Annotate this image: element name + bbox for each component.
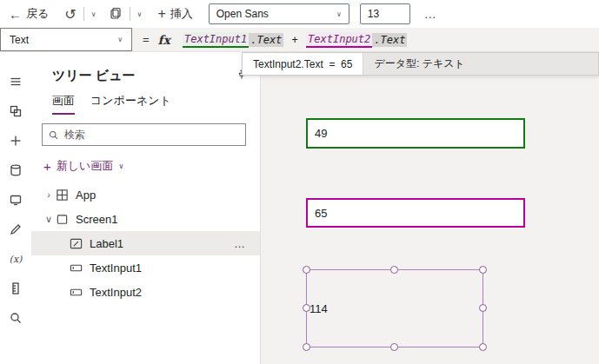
label-icon: [70, 237, 83, 250]
chevron-down-icon: ∨: [117, 36, 123, 43]
panel-tabs: 画面 コンポーネント: [31, 93, 260, 115]
text-input-icon: [70, 261, 83, 275]
copy-group: ∨: [109, 6, 143, 23]
menu-icon[interactable]: [7, 73, 24, 90]
equals-sign: =: [143, 28, 150, 51]
back-label: 戻る: [26, 6, 49, 22]
app-icon: [56, 189, 69, 202]
tree-item-label1[interactable]: Label1 …: [31, 231, 260, 255]
token-textinput1: TextInput1: [183, 32, 249, 48]
main-area: (x) ツリー ビュー 画面 コンポーネント: [0, 52, 599, 364]
new-screen-label: 新しい画面: [57, 158, 114, 174]
new-screen-button[interactable]: + 新しい画面 ∨: [31, 151, 260, 179]
tooltip-datatype: データ型: テキスト: [363, 53, 598, 75]
canvas: 49 65 114: [261, 52, 599, 364]
textinput1-control[interactable]: 49: [306, 118, 525, 149]
label1-control[interactable]: 114: [306, 269, 483, 347]
formula-input[interactable]: TextInput1 .Text + TextInput2 .Text: [183, 28, 599, 51]
selection-handle-ne[interactable]: [479, 266, 487, 274]
chevron-down-icon[interactable]: ∨: [42, 214, 56, 225]
font-size-select[interactable]: 13: [360, 3, 410, 24]
tree-panel: ツリー ビュー 画面 コンポーネント + 新しい画面 ∨ ›: [31, 52, 261, 364]
insert-icon[interactable]: [7, 132, 24, 149]
media-icon[interactable]: [7, 191, 24, 208]
search-icon[interactable]: [7, 309, 24, 327]
search-icon: [48, 129, 59, 141]
plus-icon: +: [157, 6, 165, 22]
insert-button[interactable]: + 挿入: [157, 6, 192, 22]
token-plus-operator: +: [283, 33, 306, 47]
token-text-property: .Text: [372, 33, 407, 47]
label1-value: 114: [309, 302, 328, 315]
plus-icon: +: [43, 159, 51, 174]
tree-item-label: Label1: [90, 237, 123, 250]
property-select[interactable]: Text ∨: [0, 28, 132, 51]
top-toolbar: ← 戻る ↺ ∨ ∨ + 挿入 Open Sans ∨: [0, 0, 599, 28]
divider: [83, 7, 84, 21]
search-field: [42, 123, 246, 146]
back-arrow-icon: ←: [9, 7, 22, 22]
tree-item-textinput1[interactable]: TextInput1: [31, 255, 260, 280]
tree-item-app[interactable]: › App: [31, 182, 260, 207]
left-rail: (x): [0, 52, 31, 364]
tree-item-label: App: [76, 189, 96, 202]
chevron-down-icon: ∨: [118, 162, 123, 170]
back-button[interactable]: ← 戻る: [9, 6, 49, 22]
tree-item-textinput2[interactable]: TextInput2: [31, 280, 260, 304]
font-family-select[interactable]: Open Sans ∨: [209, 3, 349, 24]
selection-handle-n[interactable]: [390, 266, 398, 274]
fx-icon: fx: [158, 28, 170, 51]
insert-label: 挿入: [170, 6, 193, 22]
tools-icon[interactable]: [7, 280, 24, 297]
pen-icon[interactable]: [7, 221, 24, 238]
screen-icon: [56, 213, 69, 226]
more-options-button[interactable]: …: [424, 7, 437, 21]
tab-screens[interactable]: 画面: [52, 93, 75, 115]
copy-icon[interactable]: [109, 6, 123, 23]
search-input[interactable]: [64, 129, 240, 141]
selection-handle-w[interactable]: [303, 304, 310, 312]
font-family-value: Open Sans: [216, 8, 269, 20]
panel-title: ツリー ビュー: [52, 68, 136, 84]
tree: › App ∨ Screen1 Label1 … TextInput1: [31, 182, 260, 304]
tree-item-label: TextInput1: [90, 261, 142, 275]
undo-dropdown-chevron-icon[interactable]: ∨: [91, 10, 97, 18]
selection-handle-s[interactable]: [390, 343, 398, 351]
token-text-property: .Text: [249, 33, 283, 47]
tree-item-screen1[interactable]: ∨ Screen1: [31, 207, 260, 231]
tree-item-label: Screen1: [76, 213, 117, 226]
copy-dropdown-chevron-icon[interactable]: ∨: [137, 10, 143, 18]
property-value: Text: [10, 34, 29, 46]
selection-handle-sw[interactable]: [303, 343, 310, 351]
selection-handle-nw[interactable]: [303, 266, 310, 274]
chevron-right-icon[interactable]: ›: [42, 189, 56, 200]
panel-header: ツリー ビュー: [31, 52, 260, 93]
tooltip-expression: TextInput2.Text = 65: [243, 53, 363, 75]
textinput2-value: 65: [315, 207, 327, 220]
powerapps-studio: ← 戻る ↺ ∨ ∨ + 挿入 Open Sans ∨: [0, 0, 599, 364]
undo-icon[interactable]: ↺: [64, 6, 76, 23]
data-icon[interactable]: [7, 162, 24, 179]
text-input-icon: [70, 286, 83, 299]
undo-group: ↺ ∨: [64, 6, 96, 23]
font-size-value: 13: [368, 8, 379, 20]
textinput1-value: 49: [315, 127, 327, 140]
token-textinput2: TextInput2: [306, 32, 372, 48]
formula-bar: Text ∨ = fx TextInput1 .Text + TextInput…: [0, 28, 599, 52]
selection-handle-se[interactable]: [479, 343, 487, 351]
textinput2-control[interactable]: 65: [306, 198, 525, 228]
variables-icon[interactable]: (x): [7, 250, 24, 268]
selection-handle-e[interactable]: [479, 304, 487, 312]
tree-item-label: TextInput2: [90, 286, 142, 299]
divider: [130, 7, 130, 21]
tree-view-icon[interactable]: [7, 103, 24, 120]
chevron-down-icon: ∨: [336, 10, 342, 18]
intellisense-tooltip: TextInput2.Text = 65 データ型: テキスト: [242, 52, 599, 76]
item-more-button[interactable]: …: [234, 237, 246, 250]
tab-components[interactable]: コンポーネント: [90, 93, 171, 115]
